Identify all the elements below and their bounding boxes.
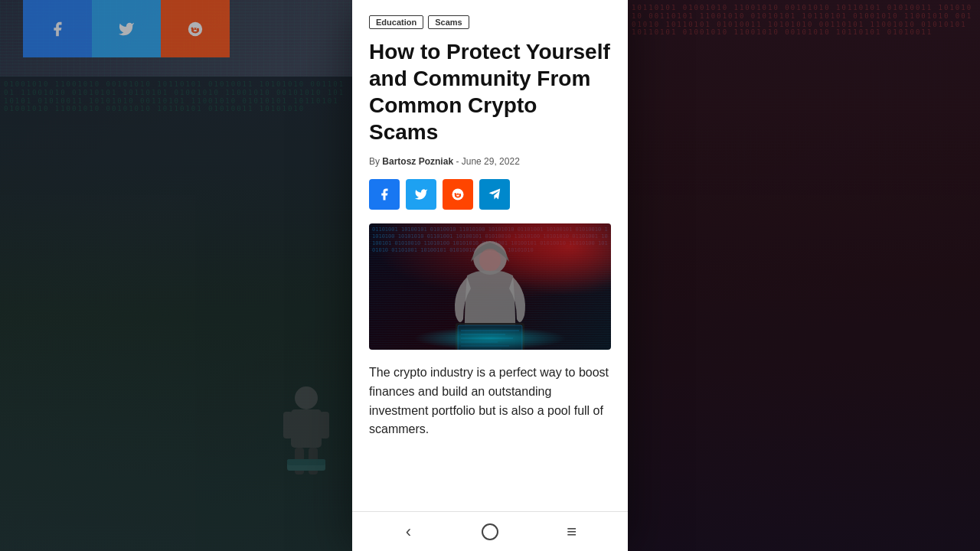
byline-prefix: By	[369, 156, 380, 167]
tag-education[interactable]: Education	[369, 15, 423, 29]
menu-icon: ≡	[567, 522, 577, 542]
home-button[interactable]	[475, 517, 505, 547]
bg-reddit-icon	[161, 0, 230, 57]
home-icon	[482, 523, 498, 540]
byline: By Bartosz Pozniak - June 29, 2022	[369, 156, 611, 167]
author-name[interactable]: Bartosz Pozniak	[382, 156, 453, 167]
tags-row: Education Scams	[369, 15, 611, 29]
share-reddit-button[interactable]	[443, 179, 473, 210]
share-twitter-button[interactable]	[406, 179, 436, 210]
byline-separator: -	[456, 156, 461, 167]
article-title: How to Protect Yourself and Community Fr…	[369, 38, 611, 145]
social-share-row	[369, 179, 611, 210]
bg-facebook-icon	[23, 0, 92, 57]
svg-point-1	[295, 386, 318, 409]
menu-button[interactable]: ≡	[557, 517, 587, 547]
bg-twitter-icon	[92, 0, 161, 57]
tag-scams[interactable]: Scams	[428, 15, 469, 29]
svg-rect-3	[283, 412, 292, 439]
article-hero-image: 01101001 10100101 01010010 11010100 1010…	[369, 223, 611, 350]
article-content: Education Scams How to Protect Yourself …	[352, 0, 628, 511]
phone-card: Education Scams How to Protect Yourself …	[352, 0, 628, 551]
back-icon: ‹	[406, 522, 411, 542]
svg-rect-2	[291, 409, 322, 448]
share-facebook-button[interactable]	[369, 179, 400, 210]
bg-social-row	[23, 0, 230, 57]
svg-rect-8	[287, 459, 325, 465]
bg-left-panel: 01001010 11001010 00101010 10110101 0101…	[0, 0, 352, 551]
share-telegram-button[interactable]	[479, 179, 510, 210]
article-date: June 29, 2022	[462, 156, 520, 167]
svg-rect-4	[320, 412, 329, 439]
svg-point-11	[479, 249, 501, 272]
back-button[interactable]: ‹	[393, 517, 423, 547]
bg-right-panel: 10110101 01001010 11001010 00101010 1011…	[628, 0, 980, 551]
article-body: The crypto industry is a perfect way to …	[369, 364, 611, 439]
nav-bar: ‹ ≡	[352, 511, 628, 551]
